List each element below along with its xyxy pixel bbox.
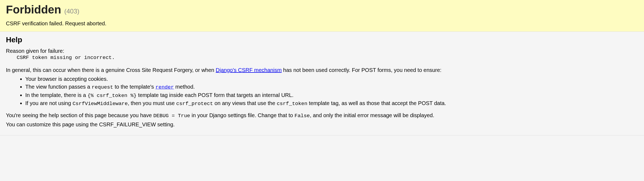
list-item: In the template, there is a {% csrf_toke… [25, 92, 638, 99]
error-status-code: (403) [64, 8, 79, 15]
debug-post: , and only the initial error message wil… [310, 112, 434, 118]
help-heading: Help [6, 36, 638, 44]
code-debug-true: DEBUG = True [153, 113, 190, 119]
code-csrf-middleware: CsrfViewMiddleware [73, 101, 128, 107]
debug-pre: You're seeing the help section of this p… [6, 112, 153, 118]
list-item: Your browser is accepting cookies. [25, 75, 638, 83]
bullet-render-post: method. [174, 84, 195, 90]
error-title: Forbidden (403) [6, 3, 638, 16]
bullet-mw-mid2: on any views that use the [213, 100, 277, 106]
bullet-token-pre: In the template, there is a [25, 92, 87, 98]
help-intro: In general, this can occur when there is… [6, 67, 638, 73]
help-intro-post: has not been used correctly. For POST fo… [282, 67, 441, 73]
code-request: request [92, 84, 113, 90]
reason-label: Reason given for failure: [6, 48, 638, 54]
list-item: If you are not using CsrfViewMiddleware,… [25, 100, 638, 107]
debug-mid: in your Django settings file. Change tha… [190, 112, 295, 118]
bullet-mw-pre: If you are not using [25, 100, 73, 106]
help-bullet-list: Your browser is accepting cookies. The v… [6, 75, 638, 107]
error-title-text: Forbidden [6, 3, 61, 16]
bullet-cookies: Your browser is accepting cookies. [25, 76, 108, 82]
code-csrf-token-tag: {% csrf_token %} [87, 93, 136, 99]
error-header: Forbidden (403) CSRF verification failed… [0, 0, 644, 32]
render-link[interactable]: render [155, 84, 174, 90]
bullet-mw-post: template tag, as well as those that acce… [307, 100, 446, 106]
debug-note: You're seeing the help section of this p… [6, 112, 638, 119]
customize-note: You can customize this page using the CS… [6, 121, 638, 128]
reason-value: CSRF token missing or incorrect. [6, 55, 638, 61]
help-intro-pre: In general, this can occur when there is… [6, 67, 216, 73]
code-csrf-protect: csrf_protect [176, 101, 213, 107]
bullet-token-post: template tag inside each POST form that … [137, 92, 293, 98]
code-csrf-token: csrf_token [277, 101, 307, 107]
csrf-mechanism-link[interactable]: Django's CSRF mechanism [216, 67, 282, 73]
help-section: Help Reason given for failure: CSRF toke… [0, 32, 644, 135]
error-summary: CSRF verification failed. Request aborte… [6, 20, 638, 27]
code-false: False [295, 113, 310, 119]
bullet-render-mid: to the template's [113, 84, 155, 90]
bullet-mw-mid1: , then you must use [128, 100, 176, 106]
bullet-render-pre: The view function passes a [25, 84, 92, 90]
list-item: The view function passes a request to th… [25, 83, 638, 91]
